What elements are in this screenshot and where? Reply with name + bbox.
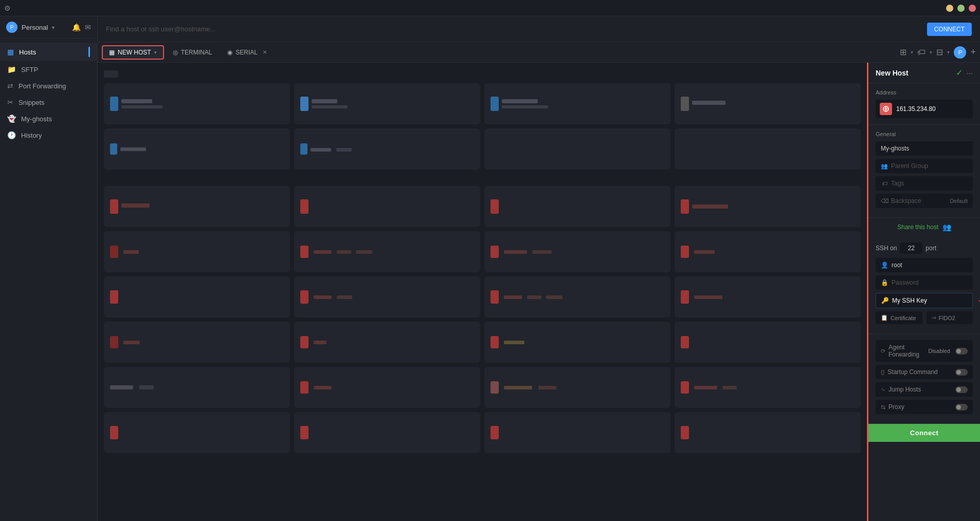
hosts-icon: ▦: [7, 48, 14, 56]
profile-selector[interactable]: P Personal ▾: [6, 22, 55, 33]
certificate-button[interactable]: 📋 Certificate: [876, 311, 922, 324]
search-input[interactable]: [106, 25, 927, 33]
settings-icon[interactable]: ⚙: [4, 4, 11, 12]
password-field[interactable]: 🔒: [876, 275, 973, 290]
startup-command-row[interactable]: {} Startup Command: [876, 365, 973, 379]
host-card[interactable]: [484, 186, 670, 227]
tab-terminal[interactable]: ◎ TERMINAL: [166, 46, 219, 59]
host-card[interactable]: [484, 322, 670, 363]
sidebar-item-sftp[interactable]: 📁 SFTP: [0, 61, 97, 78]
host-card[interactable]: [104, 83, 290, 124]
startup-command-toggle[interactable]: [955, 369, 968, 376]
tab-close-icon[interactable]: ✕: [263, 49, 267, 55]
host-card[interactable]: [104, 412, 290, 453]
sidebar-item-label: History: [21, 132, 90, 139]
host-card[interactable]: [675, 83, 861, 124]
connect-button[interactable]: Connect: [868, 424, 980, 442]
ssh-key-field[interactable]: 🔑 My SSH Key: [876, 293, 973, 308]
host-color-bar: [110, 199, 118, 214]
host-card[interactable]: [294, 83, 480, 124]
sidebar-item-label: Hosts: [19, 48, 83, 56]
host-card[interactable]: [675, 367, 861, 408]
host-card[interactable]: [294, 322, 480, 363]
host-name-block: [120, 147, 146, 151]
host-card[interactable]: [294, 231, 480, 272]
host-card[interactable]: [104, 276, 290, 318]
backspace-input[interactable]: [891, 197, 947, 204]
sidebar-item-history[interactable]: 🕐 History: [0, 127, 97, 143]
layout-icon[interactable]: ⊟: [936, 47, 943, 57]
host-card[interactable]: [484, 276, 670, 318]
mail-icon[interactable]: ✉: [85, 23, 91, 31]
host-color-bar: [681, 199, 689, 214]
more-options-button[interactable]: ···: [967, 69, 973, 77]
port-forwarding-icon: ⇄: [7, 82, 13, 90]
host-card[interactable]: [484, 83, 670, 124]
jump-hosts-toggle[interactable]: [955, 386, 968, 393]
maximize-button[interactable]: □: [957, 5, 965, 12]
proxy-icon: ⇆: [881, 404, 885, 411]
tag-icon[interactable]: 🏷: [917, 48, 925, 57]
host-card[interactable]: [675, 276, 861, 318]
user-field[interactable]: 👤 root: [876, 258, 973, 272]
backspace-field[interactable]: ⌫ Default: [876, 194, 973, 208]
share-link[interactable]: Share this host: [897, 224, 938, 231]
close-button[interactable]: ×: [969, 5, 976, 12]
password-input[interactable]: [892, 279, 968, 286]
sidebar-item-hosts[interactable]: ▦ Hosts: [0, 43, 97, 61]
tags-icon: 🏷: [881, 180, 888, 187]
host-card[interactable]: [104, 367, 290, 408]
general-label: General: [876, 131, 973, 137]
host-card[interactable]: [675, 128, 861, 170]
minimize-button[interactable]: −: [946, 5, 953, 12]
tags-field[interactable]: 🏷: [876, 176, 973, 191]
host-card[interactable]: [104, 231, 290, 272]
host-card[interactable]: [675, 186, 861, 227]
key-value: My SSH Key: [892, 297, 927, 304]
host-card[interactable]: [294, 367, 480, 408]
host-card[interactable]: [675, 322, 861, 363]
host-card[interactable]: [484, 128, 670, 170]
host-color-bar: [491, 426, 499, 439]
grid-view-icon[interactable]: ⊞: [900, 47, 906, 57]
user-avatar[interactable]: P: [954, 46, 966, 59]
host-tag-block: [336, 148, 352, 152]
host-card[interactable]: [104, 128, 290, 170]
host-card[interactable]: [104, 322, 290, 363]
host-card[interactable]: [484, 412, 670, 453]
notification-icon[interactable]: 🔔: [72, 23, 81, 31]
add-icon[interactable]: +: [970, 47, 976, 58]
sidebar-item-port-forwarding[interactable]: ⇄ Port Forwarding: [0, 78, 97, 94]
fido2-button[interactable]: ⇒ FIDO2: [927, 311, 973, 324]
address-input[interactable]: [896, 105, 973, 113]
host-card[interactable]: [675, 231, 861, 272]
name-field[interactable]: [876, 141, 973, 156]
host-card[interactable]: [294, 128, 480, 170]
tab-serial[interactable]: ◉ SERIAL ✕: [221, 46, 274, 59]
tags-input[interactable]: [891, 180, 968, 187]
tab-new-host[interactable]: ▦ NEW HOST ▾: [102, 45, 164, 60]
agent-forwarding-toggle[interactable]: [955, 348, 968, 355]
host-card[interactable]: [484, 231, 670, 272]
host-card[interactable]: [294, 412, 480, 453]
parent-group-input[interactable]: [891, 162, 968, 170]
host-card[interactable]: [675, 412, 861, 453]
sidebar-item-my-ghosts[interactable]: 👻 My-ghosts: [0, 110, 97, 127]
ssh-port-input[interactable]: [900, 243, 922, 254]
proxy-row[interactable]: ⇆ Proxy: [876, 400, 973, 414]
host-card[interactable]: [294, 276, 480, 318]
tab-dropdown-icon[interactable]: ▾: [154, 50, 157, 55]
confirm-button[interactable]: ✓: [956, 68, 963, 78]
jump-hosts-row[interactable]: ⤷ Jump Hosts: [876, 382, 973, 397]
agent-forwarding-row[interactable]: ⟳ Agent Forwarding Disabled: [876, 340, 973, 362]
proxy-toggle[interactable]: [955, 404, 968, 411]
host-card[interactable]: [484, 367, 670, 408]
host-card[interactable]: [104, 186, 290, 227]
name-input[interactable]: [881, 145, 968, 152]
parent-group-field[interactable]: 👥: [876, 159, 973, 173]
connect-top-button[interactable]: CONNECT: [927, 23, 972, 36]
host-card[interactable]: [294, 186, 480, 227]
host-color-bar: [300, 143, 307, 155]
sidebar-item-snippets[interactable]: ✂ Snippets: [0, 94, 97, 110]
host-color-bar: [681, 246, 689, 258]
